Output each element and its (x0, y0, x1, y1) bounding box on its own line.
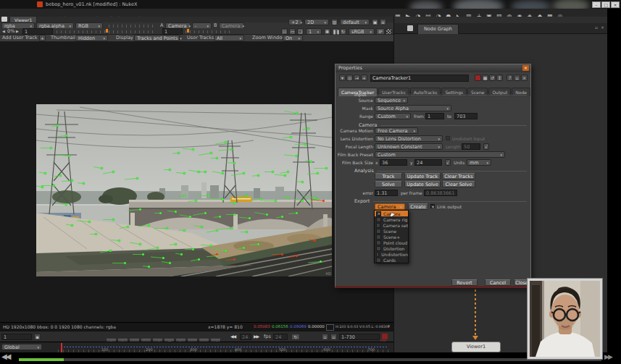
camera-motion-dropdown[interactable]: Free Camera (375, 127, 418, 134)
checker-icon[interactable] (385, 28, 392, 35)
tracking-marker[interactable] (226, 214, 234, 215)
timeline[interactable]: Global 100200300400500600700 (0, 342, 393, 353)
add-user-track-button[interactable]: Add User Track (2, 35, 38, 41)
tracking-marker[interactable] (185, 249, 193, 250)
tracking-marker[interactable] (288, 213, 296, 214)
tracking-marker[interactable] (314, 168, 326, 169)
tracking-marker[interactable] (77, 220, 89, 221)
link-output-checkbox[interactable]: × (430, 204, 435, 208)
tracking-marker-rejected[interactable] (309, 240, 314, 241)
float-panel-icon[interactable]: → (354, 75, 360, 81)
tracking-marker[interactable] (176, 172, 184, 174)
range-lock-icon[interactable] (382, 334, 388, 339)
frame-range-lock-icon[interactable]: ▫ (322, 334, 328, 340)
undistort-checkbox[interactable] (446, 136, 450, 140)
tracking-marker[interactable] (194, 225, 202, 227)
tracking-marker[interactable] (201, 245, 211, 246)
properties-titlebar[interactable]: Properties × (335, 64, 530, 72)
tracking-marker[interactable] (241, 232, 246, 232)
tracking-marker[interactable] (133, 254, 143, 255)
frame-range-icon[interactable]: ▫ (330, 334, 337, 340)
tracking-marker[interactable] (251, 199, 261, 200)
range-to-field[interactable]: 703 (454, 113, 478, 119)
tracking-marker[interactable] (120, 227, 128, 229)
loop-button[interactable]: ↻ (291, 334, 300, 340)
tracking-marker[interactable] (280, 172, 288, 174)
proxy-icon[interactable]: ✽ (324, 28, 330, 35)
tracking-marker[interactable] (93, 166, 101, 169)
tracking-marker[interactable] (103, 172, 113, 174)
tracking-marker[interactable] (128, 209, 140, 211)
tracking-marker[interactable] (191, 259, 199, 261)
tracking-marker[interactable] (111, 240, 119, 241)
size-x-field[interactable]: 36 (380, 159, 407, 166)
units-dropdown[interactable]: mm (467, 159, 491, 166)
tracking-marker-rejected[interactable] (272, 254, 282, 255)
display-dropdown[interactable]: Tracks and Points (134, 35, 180, 41)
user-tracks-dropdown[interactable]: All (214, 35, 244, 41)
per-frame-field[interactable]: 0.86383661 (424, 190, 457, 196)
tracking-marker-rejected[interactable] (288, 255, 296, 258)
tracking-marker[interactable] (284, 155, 296, 156)
size-y-field[interactable]: 24 (414, 159, 442, 166)
properties-close-button[interactable]: × (522, 65, 529, 71)
current-frame-field[interactable]: 1 (1, 334, 32, 340)
tracking-marker[interactable] (178, 229, 184, 231)
tracking-marker[interactable] (215, 142, 225, 144)
tracking-marker[interactable] (58, 203, 66, 205)
tracking-marker[interactable] (305, 160, 311, 161)
tracking-marker[interactable] (167, 211, 175, 212)
progress-track[interactable] (19, 358, 601, 361)
export-option-point-cloud[interactable]: Point cloud (375, 240, 408, 245)
node-color-icon[interactable]: ▾ (339, 75, 346, 81)
tracking-marker[interactable] (145, 247, 157, 250)
tracking-marker[interactable] (66, 224, 72, 225)
menu-icon[interactable]: ≡ (380, 19, 386, 25)
export-option-distortion[interactable]: Distortion (375, 245, 408, 251)
export-option-checkbox[interactable] (376, 229, 381, 234)
export-option-checkbox[interactable]: × (376, 211, 381, 216)
tracking-marker[interactable] (211, 158, 217, 158)
lock-range-icon[interactable]: ▪ (34, 334, 41, 340)
tracking-marker[interactable] (90, 234, 96, 234)
downrez-dropdown[interactable]: 1 (306, 28, 322, 35)
revert-button[interactable]: Revert (451, 279, 478, 286)
tracking-marker[interactable] (302, 128, 308, 130)
tracking-marker[interactable] (296, 181, 302, 182)
tracking-marker[interactable] (103, 219, 113, 220)
error-field[interactable]: 1.31 (375, 190, 398, 196)
pane-close-icon[interactable]: × (601, 25, 604, 30)
tracking-marker[interactable] (212, 172, 222, 174)
viewer-lut-dropdown[interactable]: sRGB (349, 28, 375, 35)
tracking-marker[interactable] (264, 172, 272, 172)
tracking-marker[interactable] (143, 266, 149, 267)
track-button[interactable]: Track (375, 173, 402, 179)
tracking-marker[interactable] (138, 225, 149, 227)
viewer-image[interactable]: 1 HD (36, 104, 332, 276)
undo-icon[interactable]: ↺ (489, 75, 496, 81)
gamma-slider-handle[interactable] (187, 29, 189, 33)
source-dropdown[interactable]: Sequence (375, 97, 408, 103)
tracking-marker[interactable] (130, 242, 140, 244)
clear-tracks-button[interactable]: Clear Tracks (442, 173, 475, 179)
tracking-marker[interactable] (57, 155, 69, 156)
tracking-marker[interactable] (308, 261, 320, 263)
export-option-undistortion[interactable]: Undistortion (375, 251, 408, 257)
tracking-marker[interactable] (214, 216, 220, 218)
gain-slider[interactable] (109, 25, 157, 27)
properties-window[interactable]: Properties × ▾ ◎ → + CameraTracker1 ▦ ↺ … (335, 64, 531, 288)
add-track-icon[interactable]: + (39, 35, 46, 41)
export-type-dropdown[interactable]: Camera (375, 203, 405, 210)
tracking-marker[interactable] (172, 153, 178, 154)
tracking-marker[interactable] (276, 216, 282, 218)
tracking-marker[interactable] (199, 153, 211, 156)
node-name-field[interactable]: CameraTracker1 (370, 75, 469, 82)
gamma-slider-track[interactable] (186, 30, 232, 33)
tracking-marker[interactable] (151, 256, 163, 258)
tracking-marker[interactable] (275, 174, 285, 175)
prev-arrow-icon[interactable]: ◀ (2, 28, 5, 35)
tracking-marker[interactable] (36, 185, 42, 187)
film-back-preset-dropdown[interactable]: Custom (375, 151, 505, 158)
tracking-marker[interactable] (183, 148, 193, 150)
pause-icon[interactable]: ❚❚ (332, 28, 338, 35)
